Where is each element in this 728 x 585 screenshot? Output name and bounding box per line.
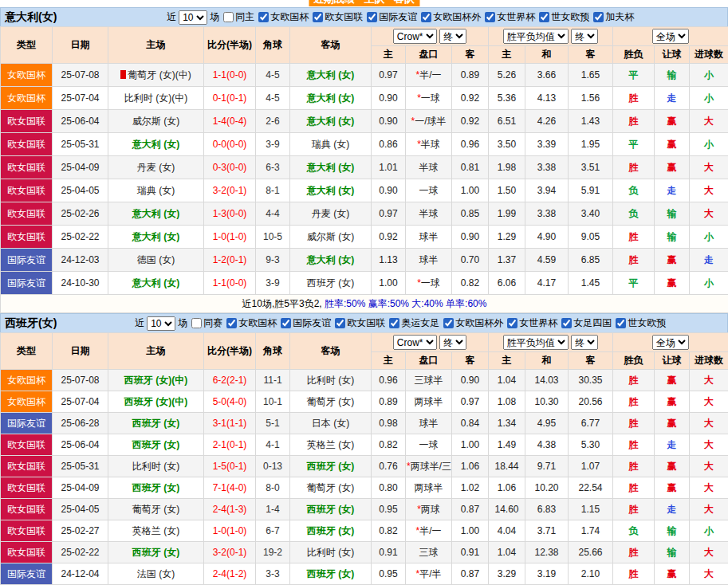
avg-home-cell: 1.50 bbox=[489, 179, 525, 202]
avg-home-cell: 6.51 bbox=[489, 110, 525, 133]
home-team-name: 法国 (女) bbox=[137, 568, 175, 579]
filter-option[interactable]: 同赛 bbox=[191, 316, 222, 330]
filter-option[interactable]: 国际友谊 bbox=[367, 10, 417, 24]
filter-option[interactable]: 欧女国联 bbox=[313, 10, 363, 24]
match-row: 欧女国联25-05-31意大利 (女)0-0(0-0)3-9瑞典 (女)0.86… bbox=[1, 133, 728, 156]
filter-checkbox[interactable] bbox=[485, 12, 495, 22]
filter-checkbox[interactable] bbox=[226, 318, 237, 328]
match-count-select[interactable]: 10 bbox=[147, 316, 175, 331]
score-cell: 1-0(1-0) bbox=[204, 226, 256, 249]
home-team-name: 西班牙 (女) bbox=[132, 418, 179, 429]
filter-checkbox[interactable] bbox=[191, 318, 202, 328]
filter-option[interactable]: 女欧国杯 bbox=[226, 316, 277, 330]
home-team-cell: 瑞典 (女) bbox=[108, 179, 204, 202]
filter-checkbox[interactable] bbox=[421, 12, 431, 22]
avg-group-header: 胜平负均值 终 bbox=[489, 27, 613, 46]
filter-option[interactable]: 世女欧预 bbox=[616, 316, 666, 330]
filter-option[interactable]: 女欧国杯外 bbox=[443, 316, 503, 330]
avg-away-cell: 22.54 bbox=[569, 477, 613, 499]
home-team-name: 意大利 (女) bbox=[132, 139, 179, 150]
odds-period-select[interactable]: 终 bbox=[439, 335, 466, 350]
home-team-cell: 意大利 (女) bbox=[108, 133, 204, 156]
odds-company-select[interactable]: Crow* bbox=[393, 335, 437, 350]
odds-home-cell: 0.95 bbox=[372, 563, 406, 585]
handicap-cell: *平/半 bbox=[406, 563, 452, 585]
filter-checkbox[interactable] bbox=[335, 318, 345, 328]
odds-home-cell: 0.95 bbox=[372, 499, 406, 520]
handicap-cell: 球半 bbox=[406, 249, 452, 272]
odds-away-cell: 0.92 bbox=[452, 110, 489, 133]
scope-select[interactable]: 全场 bbox=[652, 335, 689, 350]
handicap-cell: *半/一 bbox=[406, 64, 452, 87]
filter-option[interactable]: 加夫杯 bbox=[593, 10, 634, 24]
near-label: 近 bbox=[167, 10, 176, 24]
scope-select[interactable]: 全场 bbox=[652, 29, 689, 44]
filter-option[interactable]: 欧女国联 bbox=[335, 316, 385, 330]
handicap-cell: 一球 bbox=[406, 179, 452, 202]
odds-company-select[interactable]: Crow* bbox=[393, 29, 437, 44]
filter-checkbox[interactable] bbox=[281, 318, 291, 328]
filter-option[interactable]: 女欧国杯 bbox=[258, 10, 309, 24]
scope-group-header: 全场 bbox=[613, 333, 728, 352]
filter-list: 同赛女欧国杯国际友谊欧女国联奥运女足女欧国杯外女世界杯女足四国世女欧预 bbox=[187, 316, 666, 331]
filter-checkbox[interactable] bbox=[616, 318, 626, 328]
date-cell: 25-04-05 bbox=[53, 499, 108, 520]
filter-option[interactable]: 国际友谊 bbox=[281, 316, 331, 330]
games-label: 场 bbox=[210, 10, 219, 24]
avg-draw-cell: 3.19 bbox=[525, 563, 569, 585]
avg-period-select[interactable]: 终 bbox=[571, 29, 598, 44]
filter-checkbox[interactable] bbox=[561, 318, 572, 328]
filter-checkbox[interactable] bbox=[443, 318, 454, 328]
away-team-name: 比利时 (女) bbox=[307, 375, 354, 386]
filter-option[interactable]: 女足四国 bbox=[561, 316, 612, 330]
top-nav-tab[interactable]: 近期战绩 - 主队 - 客队 bbox=[309, 0, 419, 6]
home-team-cell: 西班牙 (女)(中) bbox=[108, 391, 204, 413]
avg-draw-cell: 9.71 bbox=[525, 456, 569, 477]
odds-away-cell: 0.90 bbox=[452, 370, 489, 391]
avg-away-cell: 1.43 bbox=[569, 110, 613, 133]
away-favorite-marker: * bbox=[417, 139, 421, 150]
goals-result-cell: 大 bbox=[690, 477, 728, 499]
filter-option[interactable]: 同主 bbox=[223, 10, 254, 24]
filter-checkbox[interactable] bbox=[389, 318, 399, 328]
score-cell: 0-0(0-0) bbox=[204, 133, 256, 156]
filter-option[interactable]: 女欧国杯外 bbox=[421, 10, 481, 24]
handicap-cell: *半球 bbox=[406, 133, 452, 156]
match-count-select[interactable]: 10 bbox=[179, 10, 207, 25]
filter-checkbox[interactable] bbox=[313, 12, 323, 22]
filter-checkbox[interactable] bbox=[507, 318, 517, 328]
handicap-result-cell: 赢 bbox=[655, 563, 690, 585]
avg-away-cell: 1.74 bbox=[569, 520, 613, 542]
handicap-result-cell: 走 bbox=[655, 499, 690, 520]
avg-select[interactable]: 胜平负均值 bbox=[503, 29, 569, 44]
filter-checkbox[interactable] bbox=[367, 12, 377, 22]
odds-home-cell: 0.97 bbox=[372, 64, 406, 87]
avg-draw-cell: 10.20 bbox=[525, 477, 569, 499]
odds-away-cell: 0.96 bbox=[452, 133, 489, 156]
goals-result-cell: 大 bbox=[690, 370, 728, 391]
avg-draw-cell: 3.66 bbox=[525, 64, 569, 87]
filter-option[interactable]: 奥运女足 bbox=[389, 316, 439, 330]
avg-period-select[interactable]: 终 bbox=[571, 335, 598, 350]
avg-select[interactable]: 胜平负均值 bbox=[503, 335, 569, 350]
odds-home-cell: 0.90 bbox=[372, 87, 406, 110]
sub-col-handicap-result: 让球 bbox=[655, 352, 690, 370]
home-team-name: 西班牙 (女) bbox=[132, 482, 179, 493]
goals-result-cell: 小 bbox=[690, 520, 728, 542]
date-cell: 25-06-04 bbox=[53, 434, 108, 456]
filter-option[interactable]: 女世界杯 bbox=[507, 316, 557, 330]
filter-checkbox[interactable] bbox=[593, 12, 604, 22]
filter-checkbox[interactable] bbox=[223, 12, 234, 22]
match-row: 欧女国联25-02-27英格兰 (女)1-0(1-0)6-7西班牙 (女)0.8… bbox=[1, 520, 728, 542]
filter-checkbox[interactable] bbox=[258, 12, 269, 22]
goals-result-cell: 大 bbox=[690, 434, 728, 456]
filter-label: 奥运女足 bbox=[401, 316, 439, 330]
result-cell: 胜 bbox=[613, 499, 655, 520]
filter-checkbox[interactable] bbox=[539, 12, 549, 22]
filter-option[interactable]: 世女欧预 bbox=[539, 10, 589, 24]
filter-option[interactable]: 女世界杯 bbox=[485, 10, 535, 24]
odds-away-cell: 0.91 bbox=[452, 542, 489, 563]
odds-period-select[interactable]: 终 bbox=[439, 29, 466, 44]
filter-label: 欧女国联 bbox=[347, 316, 385, 330]
filter-label: 女世界杯 bbox=[519, 316, 557, 330]
